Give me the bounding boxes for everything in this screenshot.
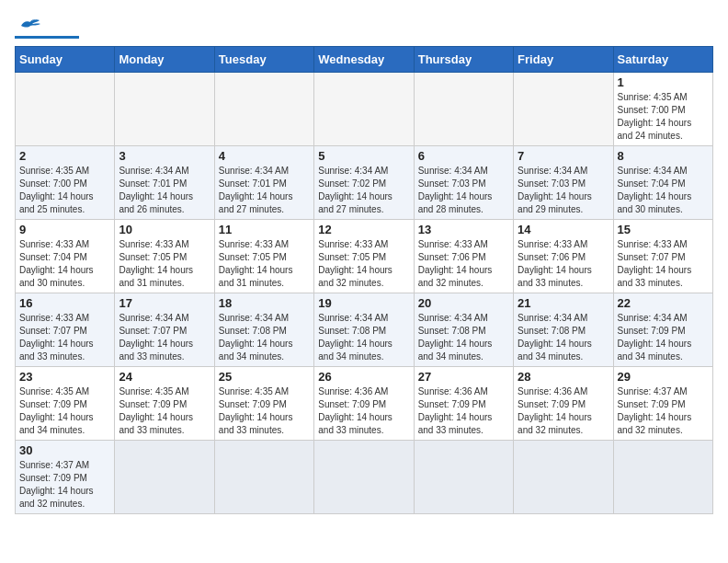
calendar-cell	[214, 73, 313, 146]
calendar-week-row: 16Sunrise: 4:33 AM Sunset: 7:07 PM Dayli…	[16, 293, 713, 367]
day-number: 12	[318, 223, 409, 236]
day-info: Sunrise: 4:35 AM Sunset: 7:00 PM Dayligh…	[618, 91, 709, 143]
calendar-cell	[115, 441, 214, 514]
day-of-week-header: Saturday	[613, 47, 712, 73]
day-of-week-header: Monday	[115, 47, 214, 73]
day-number: 10	[119, 223, 210, 236]
day-number: 20	[418, 296, 509, 310]
day-info: Sunrise: 4:35 AM Sunset: 7:09 PM Dayligh…	[119, 385, 210, 437]
calendar-cell	[414, 73, 513, 146]
header	[15, 15, 713, 39]
day-of-week-header: Thursday	[414, 47, 513, 73]
calendar-cell: 16Sunrise: 4:33 AM Sunset: 7:07 PM Dayli…	[16, 293, 115, 367]
calendar-cell: 19Sunrise: 4:34 AM Sunset: 7:08 PM Dayli…	[314, 293, 414, 367]
calendar-cell: 25Sunrise: 4:35 AM Sunset: 7:09 PM Dayli…	[214, 367, 313, 441]
calendar-cell: 18Sunrise: 4:34 AM Sunset: 7:08 PM Dayli…	[214, 293, 313, 367]
calendar-cell	[414, 441, 513, 514]
day-info: Sunrise: 4:33 AM Sunset: 7:04 PM Dayligh…	[19, 238, 110, 290]
day-info: Sunrise: 4:37 AM Sunset: 7:09 PM Dayligh…	[618, 385, 709, 437]
calendar-cell: 30Sunrise: 4:37 AM Sunset: 7:09 PM Dayli…	[16, 441, 115, 514]
day-info: Sunrise: 4:34 AM Sunset: 7:08 PM Dayligh…	[318, 312, 409, 363]
day-number: 1	[618, 75, 709, 89]
day-number: 27	[418, 370, 509, 384]
day-info: Sunrise: 4:33 AM Sunset: 7:05 PM Dayligh…	[318, 238, 409, 290]
day-number: 14	[518, 223, 609, 236]
day-info: Sunrise: 4:35 AM Sunset: 7:09 PM Dayligh…	[19, 385, 110, 437]
day-info: Sunrise: 4:35 AM Sunset: 7:09 PM Dayligh…	[219, 385, 310, 437]
calendar-cell: 27Sunrise: 4:36 AM Sunset: 7:09 PM Dayli…	[414, 367, 513, 441]
day-number: 7	[518, 149, 609, 163]
day-number: 26	[318, 370, 409, 384]
day-number: 3	[119, 149, 210, 163]
calendar-cell: 29Sunrise: 4:37 AM Sunset: 7:09 PM Dayli…	[613, 367, 712, 441]
calendar-cell: 28Sunrise: 4:36 AM Sunset: 7:09 PM Dayli…	[514, 367, 613, 441]
calendar-week-row: 23Sunrise: 4:35 AM Sunset: 7:09 PM Dayli…	[16, 367, 713, 441]
calendar: SundayMondayTuesdayWednesdayThursdayFrid…	[15, 46, 713, 514]
calendar-cell: 26Sunrise: 4:36 AM Sunset: 7:09 PM Dayli…	[314, 367, 414, 441]
day-number: 25	[219, 370, 310, 384]
calendar-cell: 2Sunrise: 4:35 AM Sunset: 7:00 PM Daylig…	[16, 146, 115, 220]
calendar-cell: 23Sunrise: 4:35 AM Sunset: 7:09 PM Dayli…	[16, 367, 115, 441]
day-number: 13	[418, 223, 509, 236]
calendar-cell	[613, 441, 712, 514]
day-info: Sunrise: 4:34 AM Sunset: 7:07 PM Dayligh…	[119, 312, 210, 363]
calendar-cell: 9Sunrise: 4:33 AM Sunset: 7:04 PM Daylig…	[16, 220, 115, 293]
day-info: Sunrise: 4:33 AM Sunset: 7:05 PM Dayligh…	[219, 238, 310, 290]
day-number: 4	[219, 149, 310, 163]
calendar-cell: 11Sunrise: 4:33 AM Sunset: 7:05 PM Dayli…	[214, 220, 313, 293]
calendar-cell: 5Sunrise: 4:34 AM Sunset: 7:02 PM Daylig…	[314, 146, 414, 220]
calendar-cell: 13Sunrise: 4:33 AM Sunset: 7:06 PM Dayli…	[414, 220, 513, 293]
calendar-week-row: 30Sunrise: 4:37 AM Sunset: 7:09 PM Dayli…	[16, 441, 713, 514]
day-number: 23	[19, 370, 110, 384]
day-number: 11	[219, 223, 310, 236]
calendar-cell	[115, 73, 214, 146]
calendar-week-row: 9Sunrise: 4:33 AM Sunset: 7:04 PM Daylig…	[16, 220, 713, 293]
day-info: Sunrise: 4:34 AM Sunset: 7:08 PM Dayligh…	[418, 312, 509, 363]
calendar-cell	[514, 441, 613, 514]
day-number: 8	[618, 149, 709, 163]
day-of-week-header: Sunday	[16, 47, 115, 73]
day-info: Sunrise: 4:36 AM Sunset: 7:09 PM Dayligh…	[518, 385, 609, 437]
day-number: 15	[618, 223, 709, 236]
day-info: Sunrise: 4:33 AM Sunset: 7:05 PM Dayligh…	[119, 238, 210, 290]
calendar-cell: 20Sunrise: 4:34 AM Sunset: 7:08 PM Dayli…	[414, 293, 513, 367]
day-number: 9	[19, 223, 110, 236]
day-info: Sunrise: 4:34 AM Sunset: 7:04 PM Dayligh…	[618, 165, 709, 216]
day-of-week-header: Tuesday	[214, 47, 313, 73]
calendar-cell: 10Sunrise: 4:33 AM Sunset: 7:05 PM Dayli…	[115, 220, 214, 293]
calendar-cell	[514, 73, 613, 146]
calendar-cell	[16, 73, 115, 146]
calendar-cell: 6Sunrise: 4:34 AM Sunset: 7:03 PM Daylig…	[414, 146, 513, 220]
day-info: Sunrise: 4:34 AM Sunset: 7:08 PM Dayligh…	[518, 312, 609, 363]
day-info: Sunrise: 4:33 AM Sunset: 7:07 PM Dayligh…	[19, 312, 110, 363]
day-number: 22	[618, 296, 709, 310]
calendar-cell: 8Sunrise: 4:34 AM Sunset: 7:04 PM Daylig…	[613, 146, 712, 220]
day-info: Sunrise: 4:33 AM Sunset: 7:07 PM Dayligh…	[618, 238, 709, 290]
day-info: Sunrise: 4:34 AM Sunset: 7:09 PM Dayligh…	[618, 312, 709, 363]
day-info: Sunrise: 4:34 AM Sunset: 7:01 PM Dayligh…	[119, 165, 210, 216]
calendar-cell: 22Sunrise: 4:34 AM Sunset: 7:09 PM Dayli…	[613, 293, 712, 367]
calendar-cell: 24Sunrise: 4:35 AM Sunset: 7:09 PM Dayli…	[115, 367, 214, 441]
day-of-week-header: Wednesday	[314, 47, 414, 73]
calendar-cell: 21Sunrise: 4:34 AM Sunset: 7:08 PM Dayli…	[514, 293, 613, 367]
day-number: 17	[119, 296, 210, 310]
logo-bird-icon	[17, 15, 43, 33]
day-number: 19	[318, 296, 409, 310]
day-number: 5	[318, 149, 409, 163]
calendar-cell	[214, 441, 313, 514]
day-number: 16	[19, 296, 110, 310]
day-info: Sunrise: 4:36 AM Sunset: 7:09 PM Dayligh…	[318, 385, 409, 437]
day-info: Sunrise: 4:34 AM Sunset: 7:03 PM Dayligh…	[518, 165, 609, 216]
calendar-week-row: 1Sunrise: 4:35 AM Sunset: 7:00 PM Daylig…	[16, 73, 713, 146]
calendar-cell: 3Sunrise: 4:34 AM Sunset: 7:01 PM Daylig…	[115, 146, 214, 220]
calendar-cell: 15Sunrise: 4:33 AM Sunset: 7:07 PM Dayli…	[613, 220, 712, 293]
day-number: 2	[19, 149, 110, 163]
day-number: 21	[518, 296, 609, 310]
day-info: Sunrise: 4:33 AM Sunset: 7:06 PM Dayligh…	[518, 238, 609, 290]
day-info: Sunrise: 4:37 AM Sunset: 7:09 PM Dayligh…	[19, 459, 110, 511]
day-number: 6	[418, 149, 509, 163]
day-info: Sunrise: 4:34 AM Sunset: 7:03 PM Dayligh…	[418, 165, 509, 216]
day-info: Sunrise: 4:34 AM Sunset: 7:08 PM Dayligh…	[219, 312, 310, 363]
day-info: Sunrise: 4:34 AM Sunset: 7:01 PM Dayligh…	[219, 165, 310, 216]
day-number: 29	[618, 370, 709, 384]
